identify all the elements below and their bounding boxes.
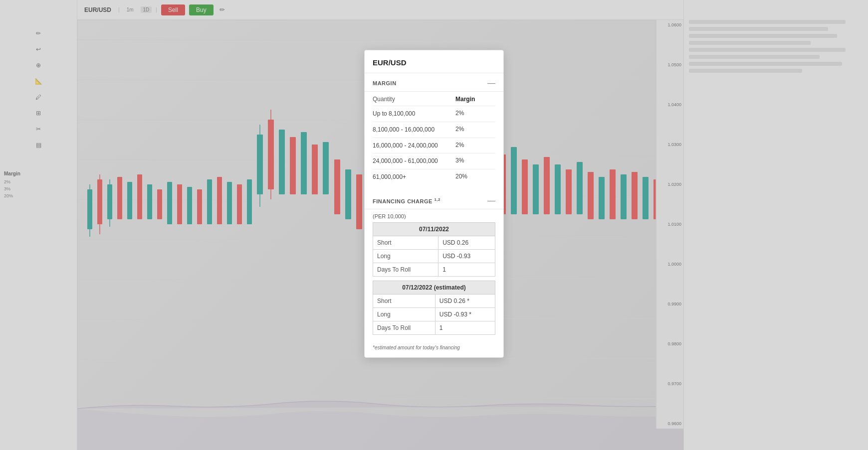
margin-value-4: 3% [455,157,495,164]
long-value-1: USD -0.93 [438,249,495,263]
quantity-value-1: Up to 8,100,000 [373,110,455,118]
short-label-2: Short [373,294,435,307]
roll-value-2: 1 [435,321,495,334]
financing-date-row-2: 07/12/2022 (estimated) [373,281,495,294]
financing-section-header: FINANCING CHARGE 1,2 — [365,191,503,209]
long-label-1: Long [373,249,438,263]
roll-label-2: Days To Roll [373,321,435,334]
quantity-value-3: 16,000,000 - 24,000,000 [373,142,455,150]
financing-row-long-2: Long USD -0.93 * [373,307,495,321]
estimated-note: *estimated amount for today's financing [365,341,503,357]
financing-date-1: 07/11/2022 [373,222,495,236]
margin-section-header: MARGIN — [365,73,503,92]
margin-row-1: Up to 8,100,000 2% [373,106,495,122]
financing-section-body: (PER 10,000) 07/11/2022 Short USD 0.26 L… [365,209,503,341]
margin-value-2: 2% [455,126,495,133]
quantity-value-2: 8,100,000 - 16,000,000 [373,126,455,134]
quantity-value-4: 24,000,000 - 61,000,000 [373,157,455,165]
modal-title: EUR/USD [365,50,503,73]
financing-date-row-1: 07/11/2022 [373,222,495,236]
financing-row-short-2: Short USD 0.26 * [373,294,495,307]
short-label-1: Short [373,236,438,249]
roll-value-1: 1 [438,263,495,276]
short-value-1: USD 0.26 [438,236,495,249]
financing-table-2: 07/12/2022 (estimated) Short USD 0.26 * … [373,281,495,335]
margin-row-3: 16,000,000 - 24,000,000 2% [373,138,495,154]
margin-row-2: 8,100,000 - 16,000,000 2% [373,122,495,138]
financing-table-1: 07/11/2022 Short USD 0.26 Long USD -0.93… [373,222,495,277]
roll-label-1: Days To Roll [373,263,438,276]
per-label: (PER 10,000) [373,209,495,222]
margin-toggle-button[interactable]: — [487,79,495,87]
quantity-column-header: Quantity [373,96,455,103]
margin-section-body: Quantity Margin Up to 8,100,000 2% 8,100… [365,92,503,191]
margin-value-5: 20% [455,173,495,180]
financing-section-title: FINANCING CHARGE 1,2 [373,197,440,204]
financing-row-short-1: Short USD 0.26 [373,236,495,249]
margin-row-4: 24,000,000 - 61,000,000 3% [373,153,495,169]
financing-row-long-1: Long USD -0.93 [373,249,495,263]
short-value-2: USD 0.26 * [435,294,495,307]
financing-row-roll-1: Days To Roll 1 [373,263,495,276]
long-value-2: USD -0.93 * [435,307,495,321]
financing-toggle-button[interactable]: — [487,197,495,205]
long-label-2: Long [373,307,435,321]
margin-column-headers: Quantity Margin [373,92,495,106]
financing-date-2: 07/12/2022 (estimated) [373,281,495,294]
financing-row-roll-2: Days To Roll 1 [373,321,495,334]
margin-value-3: 2% [455,142,495,149]
margin-value-1: 2% [455,110,495,117]
modal-dialog: EUR/USD MARGIN — Quantity Margin Up to 8… [364,50,504,358]
margin-section-title: MARGIN [373,80,397,86]
quantity-value-5: 61,000,000+ [373,173,455,181]
margin-column-header: Margin [455,96,495,103]
margin-row-5: 61,000,000+ 20% [373,169,495,185]
